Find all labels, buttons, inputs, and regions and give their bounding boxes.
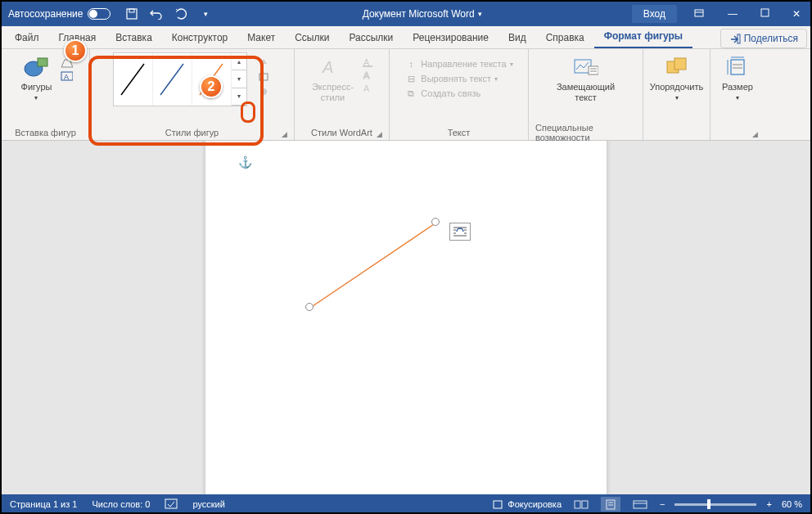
shapes-icon (23, 54, 49, 80)
qat-dropdown-icon[interactable]: ▾ (199, 7, 212, 20)
shape-handle-end[interactable] (431, 218, 440, 226)
page-canvas[interactable]: ⚓ (205, 141, 607, 494)
undo-icon[interactable] (150, 7, 163, 20)
web-layout-icon[interactable] (630, 497, 650, 512)
group-accessibility: Замещающий текст Специальные возможности (529, 49, 643, 140)
group-text: ↕Направление текста▾ ⊟Выровнять текст▾ ⧉… (390, 49, 529, 140)
tab-design[interactable]: Конструктор (162, 27, 237, 48)
autosave-toggle[interactable]: Автосохранение (8, 8, 111, 20)
text-box-icon[interactable]: A (60, 70, 73, 82)
shape-effects-button[interactable] (255, 85, 272, 98)
size-icon (724, 54, 751, 80)
gallery-more-icon[interactable]: ▾ (232, 88, 246, 106)
tab-file[interactable]: Файл (5, 27, 49, 48)
status-language[interactable]: русский (192, 499, 224, 509)
layout-options-icon (452, 225, 468, 238)
layout-options-button[interactable] (449, 223, 471, 241)
shape-handle-start[interactable] (305, 303, 314, 311)
shape-outline-button[interactable] (255, 70, 272, 83)
group-insert-shapes: Фигуры ▾ A Вставка фигур (2, 49, 90, 140)
tab-layout[interactable]: Макет (237, 27, 285, 48)
document-title: Документ Microsoft Word ▾ (212, 8, 631, 20)
print-layout-icon[interactable] (601, 497, 620, 512)
text-direction-button[interactable]: ↕Направление текста▾ (403, 57, 514, 70)
align-text-button[interactable]: ⊟Выровнять текст▾ (403, 72, 514, 85)
status-word-count[interactable]: Число слов: 0 (92, 499, 150, 509)
gallery-down-icon[interactable]: ▾ (232, 70, 246, 88)
focus-mode-button[interactable]: Фокусировка (492, 499, 562, 510)
maximize-icon[interactable] (760, 8, 769, 20)
save-icon[interactable] (125, 7, 138, 20)
toggle-switch-icon[interactable] (88, 8, 111, 20)
group-wordart-styles: A Экспресс- стили A A A Стили WordArt◢ (295, 49, 390, 140)
style-preset-2[interactable] (153, 53, 192, 106)
tab-mailings[interactable]: Рассылки (339, 27, 403, 48)
status-spellcheck-icon[interactable] (165, 498, 178, 511)
tab-references[interactable]: Ссылки (285, 27, 339, 48)
group-arrange: Упорядочить ▾ (643, 49, 710, 140)
ribbon-options-icon[interactable] (693, 8, 705, 20)
dialog-launcher-icon[interactable]: ◢ (752, 130, 758, 138)
svg-rect-0 (127, 9, 137, 19)
status-page[interactable]: Страница 1 из 1 (10, 499, 77, 509)
gallery-scroll[interactable]: ▴ ▾ ▾ (232, 53, 246, 106)
share-button[interactable]: Поделиться (720, 29, 807, 48)
share-icon (729, 34, 741, 44)
svg-rect-3 (761, 9, 769, 16)
shape-fill-button[interactable] (255, 56, 272, 69)
svg-rect-17 (363, 65, 372, 67)
zoom-level[interactable]: 60 % (782, 499, 802, 509)
arrange-icon (664, 54, 690, 80)
svg-rect-26 (165, 499, 177, 508)
text-outline-icon[interactable]: A (362, 69, 375, 80)
annotation-callout-1: 1 (64, 39, 87, 62)
svg-rect-28 (575, 501, 580, 508)
quick-styles-button[interactable]: A Экспресс- стили (309, 52, 357, 105)
svg-rect-13 (259, 74, 268, 80)
chevron-down-icon[interactable]: ▾ (478, 10, 482, 18)
close-icon[interactable]: ✕ (792, 8, 801, 20)
svg-rect-24 (731, 60, 744, 74)
tab-review[interactable]: Рецензирование (403, 27, 498, 48)
text-fill-icon[interactable]: A (362, 56, 375, 67)
annotation-callout-2: 2 (200, 75, 223, 98)
svg-rect-6 (38, 58, 47, 66)
dialog-launcher-icon[interactable]: ◢ (282, 130, 287, 138)
zoom-slider[interactable] (674, 503, 756, 506)
zoom-in-button[interactable]: + (766, 499, 771, 509)
status-bar: Страница 1 из 1 Число слов: 0 русский Фо… (2, 494, 810, 514)
signin-button[interactable]: Вход (632, 5, 677, 23)
alt-text-button[interactable]: Замещающий текст (553, 52, 618, 105)
text-effects-icon[interactable]: A (362, 82, 375, 93)
style-preset-1[interactable] (114, 53, 153, 106)
align-text-icon: ⊟ (404, 73, 417, 84)
tab-insert[interactable]: Вставка (106, 27, 162, 48)
anchor-icon: ⚓ (238, 156, 252, 169)
read-mode-icon[interactable] (571, 497, 591, 512)
chevron-down-icon: ▾ (675, 94, 679, 102)
zoom-out-button[interactable]: − (660, 499, 665, 509)
drawn-line-shape[interactable] (304, 216, 443, 314)
text-direction-icon: ↕ (404, 58, 417, 70)
shapes-button[interactable]: Фигуры ▾ (18, 52, 56, 104)
ribbon-tabs: Файл Главная Вставка Конструктор Макет С… (2, 26, 810, 49)
size-button[interactable]: Размер ▾ (719, 52, 756, 104)
alt-text-icon (572, 54, 598, 80)
svg-rect-21 (589, 66, 598, 74)
create-link-button[interactable]: ⧉Создать связь (403, 87, 514, 100)
shape-styles-gallery[interactable]: ▴ ▾ ▾ (113, 52, 247, 106)
svg-line-25 (310, 223, 436, 308)
arrange-button[interactable]: Упорядочить ▾ (647, 52, 706, 104)
redo-icon[interactable] (174, 7, 187, 20)
tab-view[interactable]: Вид (498, 27, 536, 48)
outline-icon (257, 71, 270, 83)
fill-icon (257, 56, 270, 68)
dialog-launcher-icon[interactable]: ◢ (377, 130, 382, 138)
minimize-icon[interactable]: — (728, 8, 738, 20)
tab-shape-format[interactable]: Формат фигуры (594, 25, 692, 48)
svg-rect-31 (634, 501, 647, 508)
tab-help[interactable]: Справка (536, 27, 594, 48)
svg-rect-29 (582, 501, 588, 508)
gallery-up-icon[interactable]: ▴ (232, 53, 246, 70)
svg-rect-4 (738, 34, 740, 43)
